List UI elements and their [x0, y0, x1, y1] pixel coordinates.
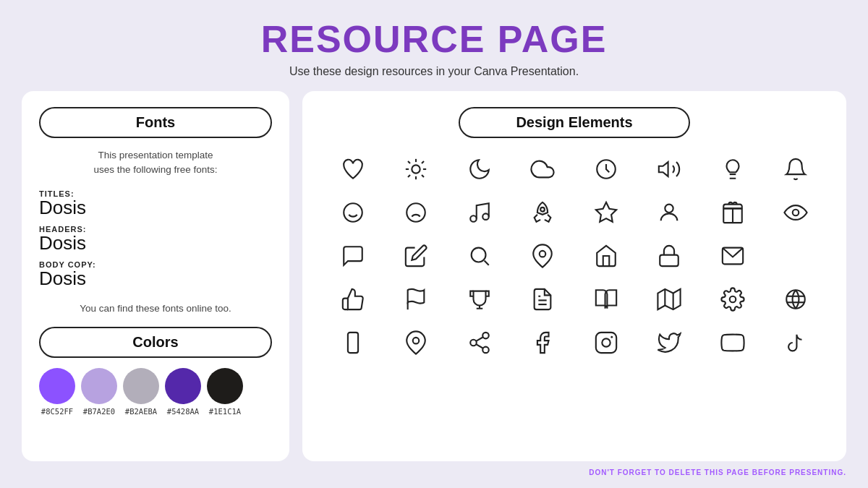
color-circle-dark-purple [165, 368, 201, 404]
svg-point-15 [407, 203, 426, 222]
svg-point-19 [482, 213, 489, 220]
phone-icon [332, 325, 374, 361]
color-swatches: #8C52FF #B7A2E0 #B2AEBA #5428AA #1E1C1A [39, 368, 272, 416]
svg-rect-42 [348, 333, 358, 353]
sad-icon [395, 194, 437, 231]
heart-icon [332, 151, 374, 187]
svg-point-25 [793, 210, 799, 216]
youtube-icon [712, 325, 754, 361]
fonts-online-text: You can find these fonts online too. [39, 303, 272, 314]
svg-point-44 [413, 338, 420, 344]
svg-line-6 [422, 175, 424, 177]
main-content: Fonts This presentation templateuses the… [22, 91, 846, 461]
tiktok-icon [775, 325, 817, 361]
svg-point-0 [412, 165, 420, 173]
twitter-icon [648, 325, 690, 361]
svg-point-22 [665, 205, 673, 213]
mail-icon [712, 238, 754, 274]
person-icon [648, 194, 690, 231]
color-circle-gray [123, 368, 159, 404]
globe-icon [775, 281, 817, 317]
font-name-body: Dosis [39, 267, 272, 290]
document-icon [522, 281, 563, 317]
share-icon [459, 325, 501, 361]
svg-marker-53 [731, 340, 736, 346]
svg-point-46 [470, 340, 477, 346]
lock-icon [648, 238, 690, 274]
font-entry-titles: TITLES: Dosis [39, 189, 272, 219]
svg-point-51 [602, 338, 610, 346]
sun-icon [395, 151, 437, 187]
footer-note: DON'T FORGET TO DELETE THIS PAGE BEFORE … [22, 468, 846, 476]
star-icon [585, 194, 627, 231]
thumbs-up-icon [332, 281, 374, 317]
color-hex-purple: #8C52FF [41, 407, 73, 416]
color-circle-black [207, 368, 243, 404]
svg-marker-21 [596, 202, 616, 222]
fonts-intro: This presentation templateuses the follo… [39, 148, 272, 178]
icon-row-3 [321, 238, 827, 274]
svg-point-39 [787, 290, 806, 309]
svg-marker-10 [659, 162, 668, 176]
svg-point-20 [540, 207, 545, 212]
svg-line-7 [408, 175, 410, 177]
svg-rect-50 [596, 333, 616, 353]
lightbulb-icon [712, 151, 754, 187]
swatch-dark-purple: #5428AA [165, 368, 201, 416]
facebook-icon [522, 325, 563, 361]
color-hex-lavender: #B7A2E0 [83, 407, 115, 416]
placeholder-icon-3 [775, 238, 817, 274]
font-name-titles: Dosis [39, 197, 272, 219]
bell-icon [775, 151, 817, 187]
left-panel: Fonts This presentation templateuses the… [22, 91, 289, 461]
fonts-section-header: Fonts [39, 107, 272, 138]
pencil-icon [395, 238, 437, 274]
pin-icon [522, 238, 563, 274]
book-icon [585, 281, 627, 317]
page-subtitle: Use these design resources in your Canva… [289, 65, 579, 78]
svg-point-18 [470, 215, 477, 222]
gift-icon [712, 194, 754, 231]
instagram-icon [585, 325, 627, 361]
svg-point-12 [344, 203, 362, 222]
svg-rect-29 [660, 255, 679, 267]
cloud-icon [522, 151, 563, 187]
rocket-icon [522, 194, 563, 231]
design-elements-header: Design Elements [459, 107, 690, 138]
svg-point-45 [482, 333, 489, 339]
svg-point-47 [482, 347, 489, 354]
chat-bubble-icon [332, 238, 374, 274]
page-title: RESOURCE PAGE [261, 17, 608, 61]
color-hex-black: #1E1C1A [209, 407, 241, 416]
swatch-gray: #B2AEBA [123, 368, 159, 416]
swatch-lavender: #B7A2E0 [81, 368, 117, 416]
svg-point-38 [730, 296, 736, 303]
clock-icon [585, 151, 627, 187]
svg-line-27 [484, 261, 488, 265]
svg-line-8 [422, 161, 424, 163]
right-panel: Design Elements [302, 91, 846, 461]
colors-section-header: Colors [39, 327, 272, 358]
svg-marker-35 [658, 289, 681, 309]
eye-icon [775, 194, 817, 231]
trophy-icon [459, 281, 501, 317]
color-hex-gray: #B2AEBA [125, 407, 157, 416]
font-entry-headers: HEADERS: Dosis [39, 225, 272, 254]
font-entry-body: BODY COPY: Dosis [39, 260, 272, 290]
icon-row-5 [321, 325, 827, 361]
icon-row-2 [321, 194, 827, 231]
map-icon [648, 281, 690, 317]
swatch-black: #1E1C1A [207, 368, 243, 416]
icons-grid [321, 151, 827, 448]
svg-line-5 [408, 161, 410, 163]
settings-icon [712, 281, 754, 317]
icon-row-1 [321, 151, 827, 187]
swatch-purple: #8C52FF [39, 368, 75, 416]
font-name-headers: Dosis [39, 232, 272, 254]
svg-point-28 [540, 251, 546, 257]
color-circle-lavender [81, 368, 117, 404]
search-icon [459, 238, 501, 274]
color-hex-dark-purple: #5428AA [167, 407, 199, 416]
svg-point-26 [471, 248, 485, 262]
svg-point-52 [610, 336, 613, 338]
